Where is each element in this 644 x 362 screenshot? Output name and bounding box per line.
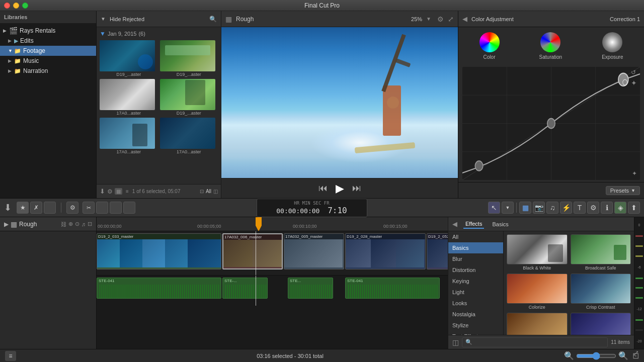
list-view-btn[interactable]: ≡ — [5, 351, 16, 361]
curve-point-mid[interactable] — [547, 119, 555, 129]
clip-icon[interactable]: ⊡ — [200, 189, 204, 194]
music-btn[interactable]: ♫ — [546, 202, 558, 214]
list-item[interactable]: 17A0...aster — [160, 118, 218, 154]
effect-bw[interactable]: Black & White — [507, 234, 568, 270]
cat-nostalgia[interactable]: Nostalgia — [448, 309, 503, 320]
down-icon[interactable]: ▼ — [101, 16, 106, 22]
audio-clip-ste4[interactable]: STE-041 — [345, 278, 440, 299]
clip-d19-028[interactable]: D19_2_028_master — [345, 233, 426, 269]
cat-basics[interactable]: Basics — [448, 242, 503, 253]
effects-back-icon[interactable]: ◀ — [452, 220, 457, 228]
audio-icon[interactable]: ♬ — [82, 221, 86, 227]
settings-icon[interactable]: ⚙ — [107, 188, 113, 195]
tool-dropdown[interactable]: ▼ — [502, 202, 514, 214]
undo-icon[interactable]: ↺ — [631, 69, 637, 76]
skimmer-icon[interactable]: ⊙ — [75, 221, 79, 227]
zoom-in-icon[interactable]: 🔍 — [618, 351, 628, 360]
search-icon[interactable]: 🔍 — [209, 16, 217, 23]
transform-btn[interactable]: ⚙ — [66, 202, 78, 214]
color-icon-saturation[interactable]: Saturation — [539, 32, 562, 60]
nav-back-icon[interactable]: ◀ — [462, 15, 467, 23]
effect-colorize[interactable]: Colorize — [507, 274, 568, 310]
link-icon[interactable]: ⛓ — [61, 221, 66, 227]
effects-search[interactable]: 🔍 — [462, 337, 608, 347]
color-icon-color[interactable]: Color — [479, 32, 500, 60]
clip-d19-052[interactable]: D19_2_052_master — [427, 233, 448, 269]
sidebar-item-rays-rentals[interactable]: ▶ 🎬 Rays Rentals — [0, 26, 96, 36]
list-item[interactable]: D19_...aster — [160, 40, 218, 77]
fullscreen-button[interactable]: ⤢ — [632, 348, 639, 358]
sidebar-item-music[interactable]: ▶ 📁 Music — [0, 56, 96, 66]
list-item[interactable]: D19_...aster — [160, 79, 218, 116]
collapse-icon[interactable]: ▼ — [100, 30, 106, 37]
curve-settings-icon[interactable]: ✦ — [632, 170, 637, 177]
effect-crisp[interactable]: Crisp Contrast — [571, 274, 631, 310]
join-btn[interactable] — [110, 202, 122, 214]
timeline-play-icon[interactable]: ▶ — [4, 221, 9, 228]
cat-all[interactable]: All — [448, 231, 503, 242]
tab-basics[interactable]: Basics — [490, 220, 510, 228]
skip-back-icon[interactable]: ⏮ — [318, 183, 328, 194]
favorites-btn[interactable]: ★ — [17, 202, 29, 214]
cat-looks[interactable]: Looks — [448, 298, 503, 309]
viewer-fullscreen-icon[interactable]: ⤢ — [448, 15, 454, 23]
filter-icon[interactable]: ◫ — [213, 189, 218, 194]
cat-stylize[interactable]: Stylize — [448, 320, 503, 331]
zoom-slider[interactable] — [576, 352, 616, 360]
list-item[interactable]: D19_...aster — [100, 40, 158, 77]
cat-light[interactable]: Light — [448, 287, 503, 298]
skip-forward-icon[interactable]: ⏭ — [352, 183, 361, 194]
effects-btn[interactable]: ⚡ — [560, 202, 572, 214]
presets-button[interactable]: Presets ▼ — [606, 186, 640, 195]
cat-keying[interactable]: Keying — [448, 276, 503, 287]
reject-btn[interactable]: ✗ — [30, 202, 42, 214]
list-item[interactable]: 17A0...aster — [100, 118, 158, 154]
hide-rejected-label[interactable]: Hide Rejected — [110, 16, 205, 22]
clips-btn[interactable]: ▦ — [519, 202, 531, 214]
camera-btn[interactable]: 📷 — [533, 202, 545, 214]
browser-content[interactable]: ▼ Jan 9, 2015 (6) D19_...aster — [97, 27, 221, 184]
zoom-dropdown-icon[interactable]: ▼ — [426, 16, 431, 22]
clip-17a032-006[interactable]: 17A032_006_master — [222, 233, 283, 269]
close-button[interactable] — [4, 3, 10, 9]
sidebar-item-edits[interactable]: ▶ ▶ Edits — [0, 36, 96, 46]
sidebar-item-narration[interactable]: ▶ 📁 Narration — [0, 66, 96, 76]
tab-effects[interactable]: Effects — [463, 220, 484, 229]
cat-distortion[interactable]: Distortion — [448, 264, 503, 276]
zoom-out-icon[interactable]: 🔍 — [564, 351, 574, 360]
audio-clip-ste3[interactable]: STE... — [288, 278, 333, 299]
color-icon-exposure[interactable]: Exposure — [602, 32, 623, 60]
play-pause-icon[interactable]: ▶ — [336, 182, 344, 195]
arrow-tool[interactable]: ↖ — [488, 202, 500, 214]
sidebar-toggle-icon[interactable]: ◫ — [452, 338, 459, 346]
share-btn[interactable]: ⬆ — [628, 202, 640, 214]
effect-broadcast[interactable]: Broadcast Safe — [571, 234, 631, 270]
blade-btn[interactable] — [123, 202, 135, 214]
effect-more2[interactable] — [571, 313, 631, 335]
list-item[interactable]: 17A0...aster — [100, 79, 158, 116]
sidebar-item-footage[interactable]: ▼ 📁 Footage — [0, 46, 96, 56]
minimize-button[interactable] — [13, 3, 19, 9]
curve-point-left[interactable] — [475, 161, 482, 171]
cut-btn[interactable]: ✂ — [83, 202, 95, 214]
grid-view-icon[interactable]: ▦ — [115, 188, 122, 195]
viewer-settings-icon[interactable]: ⚙ — [437, 15, 444, 23]
clip-17a032-005[interactable]: 17A032_005_master — [284, 233, 344, 269]
cat-blur[interactable]: Blur — [448, 253, 503, 264]
brightness-icon[interactable]: ✦ — [631, 79, 637, 87]
split-btn[interactable] — [96, 202, 108, 214]
expand-timeline-icon[interactable]: ⊡ — [88, 221, 92, 227]
title-btn[interactable]: T — [574, 202, 586, 214]
list-view-icon[interactable]: ≡ — [124, 188, 130, 195]
inspector-btn[interactable]: ℹ — [601, 202, 613, 214]
snap-icon[interactable]: ⊕ — [68, 221, 73, 227]
cat-text-effects[interactable]: Text Effects — [448, 331, 503, 335]
generator-btn[interactable]: ⚙ — [587, 202, 599, 214]
audio-clip-ste1[interactable]: STE-041 — [97, 278, 221, 299]
clip-d19-033[interactable]: D19_2_033_master — [97, 233, 221, 269]
viewer-zoom[interactable]: 25% — [411, 16, 422, 22]
download-icon[interactable]: ⬇ — [100, 188, 105, 195]
audio-clip-ste2[interactable]: STE-... — [222, 278, 268, 299]
color-btn[interactable]: ◈ — [614, 202, 626, 214]
effect-more1[interactable] — [507, 313, 568, 335]
